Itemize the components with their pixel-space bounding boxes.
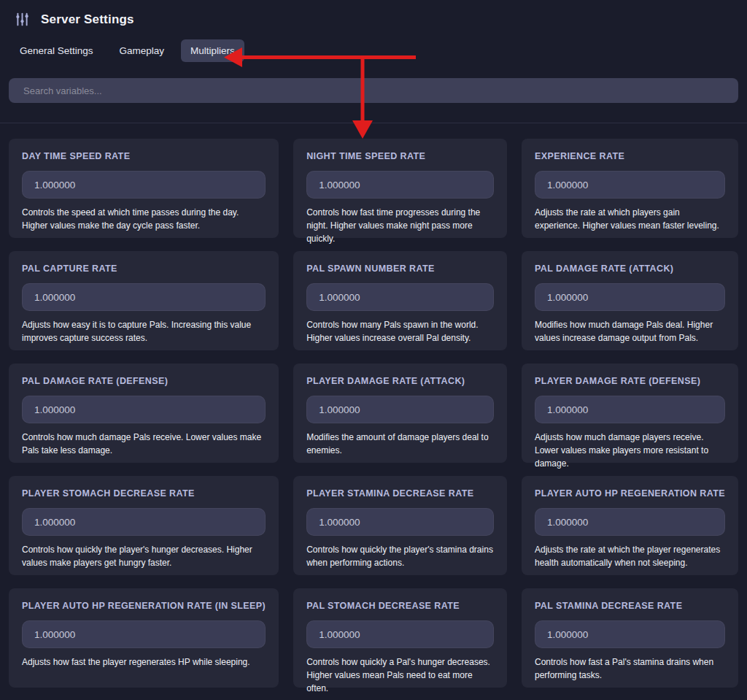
setting-description: Adjusts how easy it is to capture Pals. … (22, 318, 266, 345)
setting-value-input[interactable] (22, 283, 266, 311)
setting-value-input[interactable] (535, 171, 725, 199)
setting-card: PLAYER STAMINA DECREASE RATE Controls ho… (293, 476, 507, 575)
setting-card: PAL STAMINA DECREASE RATE Controls how f… (522, 588, 738, 688)
tab-general-settings[interactable]: General Settings (10, 39, 103, 62)
setting-card: PAL DAMAGE RATE (DEFENSE) Controls how m… (9, 364, 279, 463)
setting-card: PLAYER DAMAGE RATE (ATTACK) Modifies the… (293, 364, 507, 463)
setting-description: Controls how fast time progresses during… (306, 206, 494, 245)
setting-description: Controls how fast a Pal's stamina drains… (535, 655, 725, 682)
setting-description: Controls how many Pals spawn in the worl… (306, 318, 494, 345)
setting-title: PLAYER STOMACH DECREASE RATE (22, 488, 266, 499)
setting-card: PLAYER STOMACH DECREASE RATE Controls ho… (9, 476, 279, 575)
setting-value-input[interactable] (22, 171, 266, 199)
setting-title: DAY TIME SPEED RATE (22, 151, 266, 161)
search-bar (9, 78, 738, 103)
setting-description: Controls the speed at which time passes … (22, 206, 266, 232)
setting-description: Controls how quickly the player's stamin… (306, 543, 494, 569)
setting-card: DAY TIME SPEED RATE Controls the speed a… (9, 139, 279, 238)
setting-card: EXPERIENCE RATE Adjusts the rate at whic… (522, 139, 738, 238)
settings-grid: DAY TIME SPEED RATE Controls the speed a… (9, 139, 738, 688)
setting-card: PAL STOMACH DECREASE RATE Controls how q… (293, 588, 507, 688)
setting-card: PLAYER AUTO HP REGENERATION RATE Adjusts… (522, 476, 738, 575)
setting-value-input[interactable] (22, 396, 266, 423)
setting-value-input[interactable] (306, 620, 494, 648)
sliders-icon (15, 12, 30, 27)
setting-title: PAL STOMACH DECREASE RATE (306, 601, 494, 611)
setting-value-input[interactable] (22, 620, 266, 648)
setting-card: PAL SPAWN NUMBER RATE Controls how many … (293, 251, 507, 350)
setting-value-input[interactable] (306, 171, 494, 199)
setting-value-input[interactable] (306, 283, 494, 311)
setting-value-input[interactable] (306, 396, 494, 423)
setting-card: PLAYER AUTO HP REGENERATION RATE (IN SLE… (9, 588, 279, 688)
setting-description: Adjusts the rate at which the player reg… (535, 543, 725, 569)
setting-description: Controls how quickly a Pal's hunger decr… (306, 655, 494, 695)
setting-value-input[interactable] (22, 508, 266, 536)
setting-description: Controls how quickly the player's hunger… (22, 543, 266, 569)
setting-card: PLAYER DAMAGE RATE (DEFENSE) Adjusts how… (522, 364, 738, 463)
setting-value-input[interactable] (535, 396, 725, 423)
setting-card: NIGHT TIME SPEED RATE Controls how fast … (293, 139, 507, 238)
setting-title: PAL CAPTURE RATE (22, 264, 266, 274)
setting-value-input[interactable] (535, 283, 725, 311)
setting-title: PLAYER STAMINA DECREASE RATE (306, 488, 494, 499)
setting-title: EXPERIENCE RATE (535, 151, 725, 161)
setting-title: PAL DAMAGE RATE (DEFENSE) (22, 376, 266, 386)
tab-gameplay[interactable]: Gameplay (110, 39, 174, 62)
setting-card: PAL DAMAGE RATE (ATTACK) Modifies how mu… (522, 251, 738, 350)
tab-bar: General Settings Gameplay Multipliers (10, 39, 747, 62)
setting-title: PAL SPAWN NUMBER RATE (306, 264, 494, 274)
setting-title: PLAYER DAMAGE RATE (DEFENSE) (535, 376, 725, 386)
tab-multipliers[interactable]: Multipliers (181, 39, 244, 62)
setting-title: NIGHT TIME SPEED RATE (306, 151, 494, 161)
setting-title: PLAYER AUTO HP REGENERATION RATE (535, 488, 725, 499)
setting-description: Controls how much damage Pals receive. L… (22, 431, 266, 457)
setting-value-input[interactable] (535, 620, 725, 648)
setting-title: PLAYER AUTO HP REGENERATION RATE (IN SLE… (22, 601, 266, 611)
search-input[interactable] (9, 78, 738, 103)
section-divider (0, 123, 747, 123)
setting-description: Modifies the amount of damage players de… (306, 431, 494, 457)
setting-description: Modifies how much damage Pals deal. High… (535, 318, 725, 345)
page-title: Server Settings (41, 12, 134, 27)
setting-title: PAL STAMINA DECREASE RATE (535, 601, 725, 611)
setting-description: Adjusts how fast the player regenerates … (22, 655, 266, 669)
page-header: Server Settings (0, 0, 747, 27)
setting-card: PAL CAPTURE RATE Adjusts how easy it is … (9, 251, 279, 350)
setting-description: Adjusts how much damage players receive.… (535, 431, 725, 470)
setting-value-input[interactable] (306, 508, 494, 536)
setting-title: PLAYER DAMAGE RATE (ATTACK) (306, 376, 494, 386)
setting-title: PAL DAMAGE RATE (ATTACK) (535, 264, 725, 274)
setting-description: Adjusts the rate at which players gain e… (535, 206, 725, 232)
setting-value-input[interactable] (535, 508, 725, 536)
